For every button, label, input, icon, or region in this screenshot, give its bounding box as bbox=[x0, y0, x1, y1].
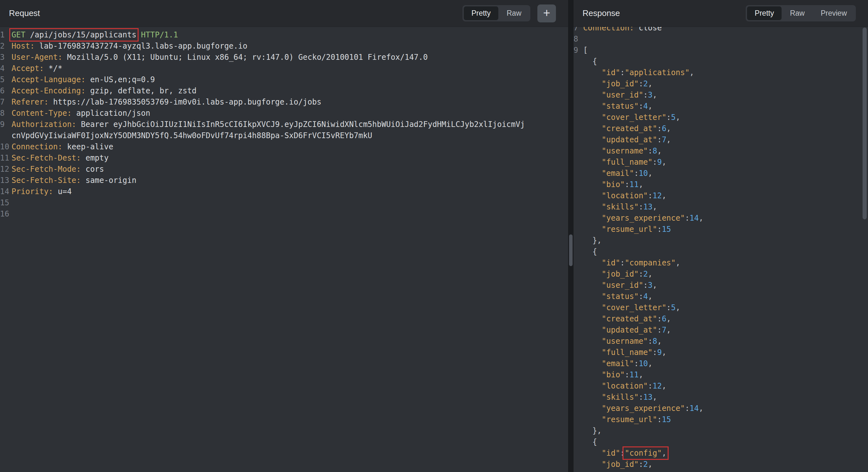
line-number bbox=[574, 425, 583, 437]
line-number: 7 bbox=[574, 27, 583, 34]
code-token: "email" bbox=[602, 169, 634, 178]
code-token: 14 bbox=[689, 214, 699, 223]
code-token: 11 bbox=[629, 370, 639, 379]
line-number bbox=[574, 258, 583, 269]
code-token: "user_id" bbox=[602, 281, 643, 290]
line-number: 15 bbox=[0, 197, 11, 208]
code-line: "location":12, bbox=[574, 190, 868, 201]
code-line: "job_id":2, bbox=[574, 269, 868, 280]
code-line: "full_name":9, bbox=[574, 157, 868, 168]
tab-preview[interactable]: Preview bbox=[813, 6, 855, 20]
code-token: 8 bbox=[653, 146, 657, 156]
code-token: , bbox=[662, 348, 666, 357]
code-line: 15 bbox=[0, 197, 568, 208]
code-token: : bbox=[634, 169, 639, 178]
code-line: "bio":11, bbox=[574, 369, 868, 380]
code-token: "updated_at" bbox=[602, 135, 657, 144]
tab-raw[interactable]: Raw bbox=[499, 6, 529, 20]
code-line: "username":8, bbox=[574, 145, 868, 157]
code-token: "years_experience" bbox=[602, 404, 685, 413]
code-line: 7Connection: close bbox=[574, 27, 868, 34]
response-editor[interactable]: 7Connection: close89[{"id":"applications… bbox=[574, 27, 868, 472]
line-number bbox=[574, 112, 583, 123]
code-line: 3User-Agent: Mozilla/5.0 (X11; Ubuntu; L… bbox=[0, 52, 568, 63]
code-line: "status":4, bbox=[574, 101, 868, 112]
code-token: : bbox=[666, 113, 671, 122]
code-token: , bbox=[666, 326, 671, 335]
line-number: 8 bbox=[0, 108, 11, 119]
code-token: 8 bbox=[653, 337, 657, 346]
tab-pretty[interactable]: Pretty bbox=[464, 6, 498, 20]
panel-resize-gutter[interactable] bbox=[568, 0, 574, 472]
code-token: Referer: bbox=[11, 98, 49, 106]
code-token: "years_experience" bbox=[602, 214, 685, 223]
code-line: "email":10, bbox=[574, 358, 868, 369]
code-token: : bbox=[648, 381, 652, 391]
code-line: "username":8, bbox=[574, 336, 868, 347]
code-token: "username" bbox=[602, 337, 648, 346]
line-number: 6 bbox=[0, 86, 11, 97]
line-number bbox=[574, 403, 583, 414]
code-line: 8 bbox=[574, 34, 868, 45]
code-token: : bbox=[620, 68, 625, 77]
code-line: 13Sec-Fetch-Site: same-origin bbox=[0, 175, 568, 186]
code-token: 9 bbox=[657, 348, 661, 357]
gutter-scrollbar-handle[interactable] bbox=[569, 234, 572, 266]
line-number bbox=[574, 67, 583, 78]
code-line: "cover_letter":5, bbox=[574, 112, 868, 123]
code-token: User-Agent: bbox=[11, 53, 62, 62]
code-token: "skills" bbox=[602, 202, 639, 211]
code-line: "user_id":3, bbox=[574, 90, 868, 101]
line-number bbox=[574, 325, 583, 336]
code-line: "email":10, bbox=[574, 168, 868, 179]
tab-pretty[interactable]: Pretty bbox=[747, 6, 782, 20]
code-line: "bio":11, bbox=[574, 179, 868, 190]
code-line: }, bbox=[574, 235, 868, 246]
code-token: , bbox=[648, 169, 652, 178]
line-number bbox=[574, 56, 583, 67]
line-number: 10 bbox=[0, 141, 11, 153]
code-token: : bbox=[643, 281, 648, 290]
code-token: , bbox=[639, 180, 643, 189]
add-tab-button[interactable]: + bbox=[537, 4, 556, 22]
code-token: Priority: bbox=[11, 187, 53, 196]
response-header: Response PrettyRawPreview bbox=[574, 0, 868, 27]
code-token: "full_name" bbox=[602, 348, 653, 357]
code-token: en-US,en;q=0.9 bbox=[86, 75, 155, 84]
tab-raw[interactable]: Raw bbox=[782, 6, 812, 20]
code-token: "config" bbox=[625, 449, 662, 458]
code-token: : bbox=[648, 146, 652, 156]
code-token: , bbox=[657, 337, 661, 346]
code-token: "status" bbox=[602, 102, 639, 111]
code-token: { bbox=[592, 247, 597, 256]
response-scrollbar-handle[interactable] bbox=[863, 28, 867, 220]
line-number bbox=[0, 130, 11, 141]
code-token: : bbox=[653, 158, 657, 167]
code-token: "resume_url" bbox=[602, 415, 657, 424]
request-header: Request PrettyRaw + bbox=[0, 0, 568, 27]
line-number: 9 bbox=[574, 45, 583, 56]
code-line: 10Connection: keep-alive bbox=[0, 141, 568, 153]
code-line: 8Content-Type: application/json bbox=[0, 108, 568, 119]
code-token: : bbox=[639, 270, 643, 278]
line-number bbox=[574, 157, 583, 168]
code-token: , bbox=[648, 359, 652, 368]
request-editor[interactable]: 1GET /api/jobs/15/applicants HTTP/1.12Ho… bbox=[0, 27, 568, 472]
code-line: 9Authorization: Bearer eyJhbGciOiJIUzI1N… bbox=[0, 119, 568, 130]
code-token: , bbox=[666, 135, 671, 144]
code-token: Content-Type: bbox=[11, 109, 72, 118]
code-token: u=4 bbox=[53, 187, 72, 196]
code-token: 5 bbox=[671, 303, 676, 312]
request-title: Request bbox=[9, 8, 40, 18]
line-number bbox=[574, 190, 583, 201]
code-token: : bbox=[657, 225, 661, 234]
code-token: "companies" bbox=[625, 258, 676, 267]
code-token: "full_name" bbox=[602, 158, 653, 167]
code-line: "full_name":9, bbox=[574, 347, 868, 358]
code-token: "resume_url" bbox=[602, 225, 657, 234]
line-number bbox=[574, 134, 583, 145]
code-token: 5 bbox=[671, 113, 676, 122]
code-line: "skills":13, bbox=[574, 392, 868, 403]
code-line: "id":"companies", bbox=[574, 258, 868, 269]
code-line: "updated_at":7, bbox=[574, 134, 868, 145]
